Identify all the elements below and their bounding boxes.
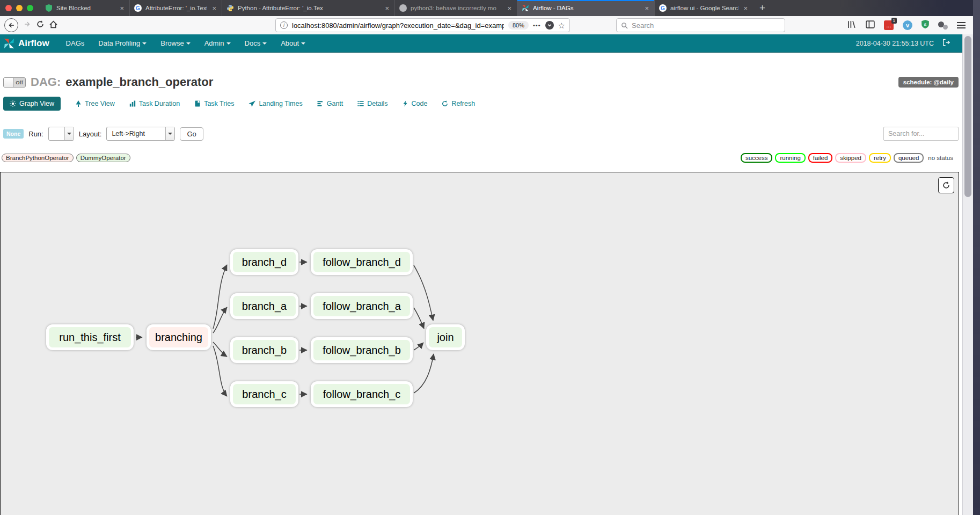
nav-item-docs[interactable]: Docs: [238, 34, 274, 52]
view-tab-label: Landing Times: [259, 100, 302, 107]
layout-select[interactable]: Left->Right: [106, 127, 175, 141]
browser-tab[interactable]: Python - AttributeError: '_io.Tex×: [222, 0, 394, 16]
nav-item-about[interactable]: About: [274, 34, 312, 52]
list-icon: [357, 100, 364, 107]
site-info-icon[interactable]: i: [280, 21, 288, 29]
view-tab-label: Task Tries: [204, 100, 234, 107]
pocket-icon[interactable]: [545, 21, 554, 30]
view-tab-details[interactable]: Details: [357, 100, 387, 107]
nav-item-label: DAGs: [66, 39, 85, 47]
close-window-button[interactable]: [5, 5, 12, 11]
browser-tab[interactable]: python3: behave incorrectly mo×: [394, 0, 517, 16]
google-g-icon: G: [659, 4, 667, 12]
graph-refresh-button[interactable]: [938, 177, 954, 193]
view-tab-landing-times[interactable]: Landing Times: [248, 100, 302, 107]
nav-item-dags[interactable]: DAGs: [59, 34, 92, 52]
window-controls: [0, 0, 41, 16]
browser-tab[interactable]: Gairflow ui - Google Search×: [654, 0, 753, 16]
extension-red-icon[interactable]: … 1: [884, 20, 894, 30]
node-branch_c[interactable]: branch_c: [230, 381, 298, 407]
airflow-logo-icon: [3, 38, 15, 49]
node-follow_branch_b[interactable]: follow_branch_b: [311, 337, 413, 363]
view-tab-label: Task Duration: [139, 100, 180, 107]
dag-title: example_branch_operator: [65, 75, 213, 89]
browser-tab-bar: Site Blocked×GAttributeError: '_io.TextI…: [0, 0, 973, 16]
browser-tab[interactable]: GAttributeError: '_io.TextIOWrapp×: [129, 0, 222, 16]
dag-graph-canvas[interactable]: run_this_firstbranchingbranch_dfollow_br…: [0, 172, 959, 515]
url-bar[interactable]: i localhost:8080/admin/airflow/graph?exe…: [275, 18, 570, 32]
zoom-window-button[interactable]: [27, 5, 33, 11]
library-icon[interactable]: [847, 20, 857, 31]
view-tab-task-duration[interactable]: Task Duration: [129, 100, 180, 107]
logout-icon: [942, 39, 950, 46]
forward-arrow-icon: [24, 20, 31, 28]
node-run_this_first[interactable]: run_this_first: [46, 324, 134, 350]
back-button[interactable]: [4, 18, 18, 32]
airflow-brand[interactable]: Airflow: [3, 38, 49, 49]
node-label: follow_branch_c: [323, 388, 401, 401]
node-branch_b[interactable]: branch_b: [230, 337, 298, 363]
tab-title: python3: behave incorrectly mo: [411, 5, 502, 11]
run-select[interactable]: [48, 127, 74, 141]
tab-close-button[interactable]: ×: [506, 4, 513, 12]
operator-legend: BranchPythonOperatorDummyOperator: [2, 154, 130, 162]
nav-item-admin[interactable]: Admin: [198, 34, 238, 52]
view-tab-label: Gantt: [327, 100, 343, 107]
node-label: branch_b: [242, 344, 287, 357]
page-actions-icon[interactable]: •••: [533, 22, 541, 28]
view-tab-refresh[interactable]: Refresh: [442, 100, 475, 107]
forward-button[interactable]: [24, 20, 31, 30]
state-label-no-status: no status: [926, 154, 955, 162]
menu-hamburger-icon[interactable]: [957, 20, 966, 30]
new-tab-button[interactable]: +: [753, 0, 772, 16]
tab-close-button[interactable]: ×: [119, 4, 125, 12]
node-follow_branch_d[interactable]: follow_branch_d: [311, 249, 413, 275]
node-follow_branch_a[interactable]: follow_branch_a: [311, 293, 413, 319]
reload-button[interactable]: [36, 20, 44, 30]
task-search-input[interactable]: [883, 127, 959, 141]
browser-tab[interactable]: Airflow - DAGs×: [517, 0, 654, 16]
edge-follow_branch_a-to-join: [414, 308, 424, 329]
edge-branching-to-branch_b: [213, 342, 227, 357]
minimize-window-button[interactable]: [16, 5, 23, 11]
extension-blue-icon[interactable]: v: [903, 20, 912, 30]
node-follow_branch_c[interactable]: follow_branch_c: [311, 381, 413, 407]
view-tab-task-tries[interactable]: Task Tries: [194, 100, 234, 107]
github-icon: [399, 4, 407, 12]
sidebar-toggle-icon[interactable]: [866, 20, 875, 31]
view-tab-gantt[interactable]: Gantt: [317, 100, 343, 107]
browser-search-field[interactable]: Search: [616, 18, 785, 32]
run-select-arrow-icon: [64, 127, 74, 140]
svg-text:G: G: [661, 5, 665, 11]
caret-down-icon: [301, 42, 305, 45]
page-zoom-badge[interactable]: 80%: [508, 21, 529, 30]
tab-close-button[interactable]: ×: [643, 4, 650, 12]
view-tab-code[interactable]: Code: [403, 100, 428, 107]
node-branching[interactable]: branching: [147, 324, 211, 350]
refresh-icon: [442, 100, 448, 107]
desktop-background-strip: [973, 0, 980, 515]
node-branch_d[interactable]: branch_d: [230, 249, 298, 275]
nav-item-data-profiling[interactable]: Data Profiling: [91, 34, 153, 52]
view-tab-label: Details: [367, 100, 387, 107]
tab-close-button[interactable]: ×: [742, 4, 749, 12]
nav-item-browse[interactable]: Browse: [153, 34, 197, 52]
spheres-extension-icon[interactable]: [938, 21, 948, 30]
view-tab-graph-view[interactable]: Graph View: [3, 97, 61, 111]
browser-tab[interactable]: Site Blocked×: [41, 0, 129, 16]
tab-close-button[interactable]: ×: [384, 4, 390, 12]
home-button[interactable]: [49, 20, 57, 31]
dag-pause-toggle[interactable]: Off: [3, 77, 26, 88]
node-join[interactable]: join: [426, 324, 465, 350]
search-icon: [621, 22, 628, 29]
tab-close-button[interactable]: ×: [211, 4, 217, 12]
shield-extension-icon[interactable]: £: [922, 20, 929, 31]
view-tab-tree-view[interactable]: Tree View: [75, 100, 115, 107]
page-scrollbar-thumb[interactable]: [964, 36, 971, 197]
node-branch_a[interactable]: branch_a: [230, 293, 298, 319]
url-text[interactable]: localhost:8080/admin/airflow/graph?execu…: [292, 21, 504, 30]
go-button[interactable]: Go: [180, 127, 203, 141]
bookmark-star-icon[interactable]: ☆: [558, 21, 565, 30]
logout-button[interactable]: [942, 39, 950, 48]
page-scrollbar[interactable]: [962, 34, 973, 515]
